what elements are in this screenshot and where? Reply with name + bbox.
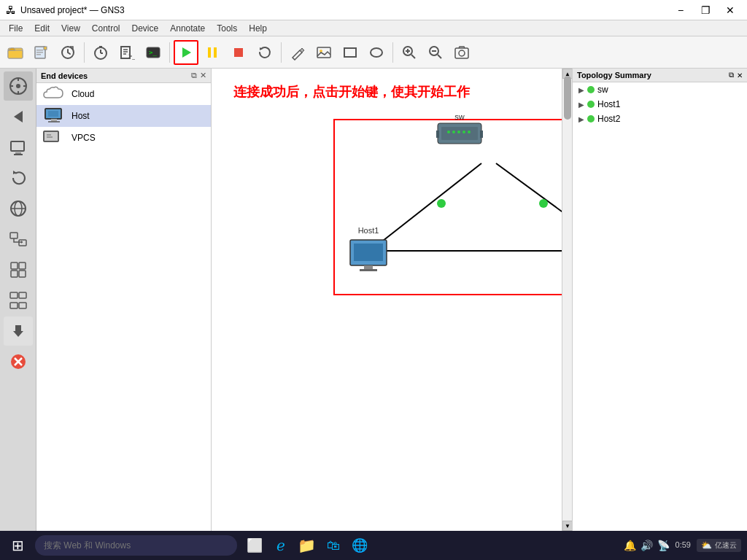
menu-tools[interactable]: Tools xyxy=(211,22,243,35)
start-button[interactable]: ⊞ xyxy=(6,534,29,557)
svg-line-31 xyxy=(411,55,415,58)
close-red-button[interactable] xyxy=(4,347,33,376)
svg-point-36 xyxy=(459,50,465,56)
tray-speaker-icon[interactable]: 📡 xyxy=(657,540,670,551)
main-area: End devices ⧉ ✕ Cloud xyxy=(0,69,747,531)
all-devices-button[interactable] xyxy=(4,71,33,101)
switch-sw[interactable]: sw xyxy=(436,112,483,144)
menu-file[interactable]: File xyxy=(3,22,28,35)
snapshot-button[interactable] xyxy=(55,40,80,65)
virtual-button[interactable] xyxy=(4,255,33,284)
zoom-out-button[interactable] xyxy=(423,40,448,65)
topo-expand-host2: ▶ xyxy=(578,115,584,123)
maximize-button[interactable]: ❐ xyxy=(694,3,716,18)
topology-float-button[interactable]: ⧉ xyxy=(729,71,734,79)
menu-edit[interactable]: Edit xyxy=(28,22,55,35)
timer-button[interactable] xyxy=(88,40,113,65)
stop-button[interactable] xyxy=(226,40,251,65)
device-vpcs-label: VPCS xyxy=(71,133,96,143)
svg-rect-61 xyxy=(19,303,26,308)
console-button[interactable]: >_ xyxy=(141,40,166,65)
search-input[interactable] xyxy=(35,535,237,556)
edit-button[interactable] xyxy=(285,40,310,65)
open-folder-button[interactable] xyxy=(3,40,28,65)
canvas-vscroll[interactable]: ▲ ▼ xyxy=(562,69,572,531)
svg-rect-52 xyxy=(19,240,26,246)
network-button[interactable] xyxy=(4,194,33,223)
svg-rect-1 xyxy=(8,50,23,58)
device-panel-title: End devices xyxy=(41,71,88,80)
tray-network-icon[interactable]: 🔔 xyxy=(624,540,636,551)
tray-volume-icon[interactable]: 🔊 xyxy=(640,540,653,551)
replay-button[interactable] xyxy=(4,163,33,192)
taskbar-app-store[interactable]: 🛍 xyxy=(322,534,345,557)
taskbar-app-edge[interactable]: ℯ xyxy=(269,534,293,557)
taskbar-app-explorer[interactable]: 📁 xyxy=(295,534,319,557)
svg-rect-54 xyxy=(11,262,18,269)
svg-rect-87 xyxy=(364,265,373,269)
export-button[interactable] xyxy=(4,316,33,346)
open-recent-button[interactable] xyxy=(29,40,54,65)
connection-sw-host2 xyxy=(496,163,572,244)
screenshot-button[interactable] xyxy=(449,40,474,65)
pause-button[interactable] xyxy=(200,40,225,65)
window-controls: − ❐ ✕ xyxy=(670,3,741,18)
taskbar-app-tasksview[interactable]: ⬜ xyxy=(243,534,266,557)
ellipse-button[interactable] xyxy=(364,40,389,65)
menu-device[interactable]: Device xyxy=(126,22,165,35)
svg-rect-60 xyxy=(10,303,18,308)
svg-text:>_: >_ xyxy=(128,52,135,60)
menu-annotate[interactable]: Annotate xyxy=(164,22,211,35)
topo-label-host1: Host1 xyxy=(597,99,620,109)
title-text: Unsaved project* — GNS3 xyxy=(20,5,670,15)
svg-marker-62 xyxy=(13,325,23,337)
taskbar-app-browser[interactable]: 🌐 xyxy=(348,534,371,557)
app-icon: 🖧 xyxy=(6,4,16,16)
menu-help[interactable]: Help xyxy=(243,22,273,35)
taskbar-time[interactable]: 0:59 xyxy=(676,540,691,551)
zoom-in-button[interactable] xyxy=(397,40,422,65)
host-icon xyxy=(42,108,66,124)
end-devices-button[interactable] xyxy=(4,133,33,162)
menu-view[interactable]: View xyxy=(55,22,86,35)
canvas-area[interactable]: 连接成功后，点击开始键，使其开始工作 xyxy=(212,69,572,531)
left-sidebar xyxy=(0,69,36,531)
close-button[interactable]: ✕ xyxy=(719,3,741,18)
vscroll-thumb[interactable] xyxy=(564,76,571,120)
svg-point-27 xyxy=(371,48,382,57)
taskbar-apps: ⬜ ℯ 📁 🛍 🌐 xyxy=(243,534,427,557)
network-canvas[interactable]: 连接成功后，点击开始键，使其开始工作 xyxy=(212,69,572,531)
device-host[interactable]: Host xyxy=(36,105,211,127)
picture-button[interactable] xyxy=(311,40,336,65)
notes-button[interactable]: >_ xyxy=(115,40,139,65)
svg-rect-26 xyxy=(344,48,356,57)
minimize-button[interactable]: − xyxy=(670,3,692,18)
svg-point-80 xyxy=(462,131,465,133)
topo-item-sw[interactable]: ▶ sw xyxy=(573,82,747,97)
rectangle-button[interactable] xyxy=(338,40,363,65)
topo-item-host1[interactable]: ▶ Host1 xyxy=(573,97,747,112)
svg-line-34 xyxy=(438,55,441,58)
play-button[interactable] xyxy=(174,40,198,65)
host1-device[interactable]: Host1 xyxy=(350,226,387,271)
svg-rect-83 xyxy=(480,131,483,138)
device-panel: End devices ⧉ ✕ Cloud xyxy=(36,69,212,531)
taskbar: ⊞ ⬜ ℯ 📁 🛍 🌐 🔔 🔊 📡 0:59 ⛅ 亿速云 xyxy=(0,531,747,560)
svg-rect-20 xyxy=(208,47,211,58)
topo-item-host2[interactable]: ▶ Host2 xyxy=(573,112,747,126)
menu-control[interactable]: Control xyxy=(86,22,126,35)
vscroll-down[interactable]: ▼ xyxy=(562,521,572,531)
reload2-button[interactable] xyxy=(4,286,33,315)
panel-close-button[interactable]: ✕ xyxy=(200,71,206,80)
device-cloud[interactable]: Cloud xyxy=(36,83,211,105)
taskbar-yiyun[interactable]: ⛅ 亿速云 xyxy=(697,539,741,552)
panel-float-button[interactable]: ⧉ xyxy=(191,71,197,80)
topology-panel: Topology Summary ⧉ ✕ ▶ sw ▶ Host1 ▶ Host… xyxy=(572,69,747,531)
topology-close-button[interactable]: ✕ xyxy=(737,71,743,79)
reload-button[interactable] xyxy=(252,40,277,65)
back-button[interactable] xyxy=(4,102,33,131)
transfer-button[interactable] xyxy=(4,225,33,254)
svg-rect-58 xyxy=(10,292,18,298)
toolbar: >_ >_ xyxy=(0,36,747,69)
device-vpcs[interactable]: VPCS xyxy=(36,127,211,149)
